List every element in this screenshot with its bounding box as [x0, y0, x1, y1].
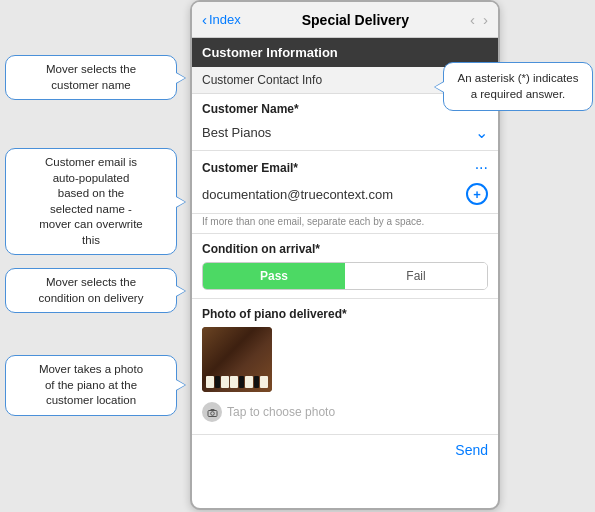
page-wrapper: Mover selects the customer name Customer… [0, 0, 595, 512]
bubble-condition: Mover selects the condition on delivery [5, 268, 177, 313]
nav-back-label[interactable]: Index [209, 12, 241, 27]
camera-icon [202, 402, 222, 422]
condition-pass-option[interactable]: Pass [203, 263, 345, 289]
customer-name-value: Best Pianos [202, 125, 271, 140]
nav-title: Special Delivery [302, 12, 409, 28]
customer-email-label: Customer Email* [202, 161, 298, 175]
bubble-arrow-condition [176, 285, 186, 297]
piano-key-7 [254, 376, 259, 388]
piano-key-5 [239, 376, 244, 388]
bubble-customer-name: Mover selects the customer name [5, 55, 177, 100]
bubble-asterisk: An asterisk (*) indicates a required ans… [443, 62, 593, 111]
piano-thumbnail [202, 327, 272, 392]
bubble-arrow-asterisk [434, 81, 444, 93]
email-options-icon[interactable]: ··· [475, 159, 488, 177]
condition-toggle[interactable]: Pass Fail [202, 262, 488, 290]
piano-key-4 [230, 376, 238, 388]
piano-image [202, 327, 272, 392]
dropdown-arrow-icon: ⌄ [475, 123, 488, 142]
svg-rect-2 [210, 409, 214, 411]
send-row: Send [192, 434, 498, 465]
tap-choose-label[interactable]: Tap to choose photo [227, 405, 335, 419]
bubble-arrow-customer-name [176, 72, 186, 84]
nav-back-button[interactable]: ‹ Index [202, 11, 241, 28]
piano-keys-decoration [206, 376, 268, 388]
condition-section: Condition on arrival* Pass Fail [192, 234, 498, 299]
photo-label: Photo of piano delivered* [202, 307, 488, 321]
piano-key-3 [221, 376, 229, 388]
customer-email-value[interactable]: documentation@truecontext.com [202, 187, 466, 202]
piano-key-8 [260, 376, 268, 388]
piano-key-2 [215, 376, 220, 388]
bubble-photo: Mover takes a photo of the piano at the … [5, 355, 177, 416]
photo-section: Photo of piano delivered* [192, 299, 498, 434]
condition-label: Condition on arrival* [202, 242, 488, 256]
nav-bar: ‹ Index Special Delivery ‹ › [192, 2, 498, 38]
bubble-arrow-photo [176, 379, 186, 391]
bubble-customer-email: Customer email is auto-populated based o… [5, 148, 177, 255]
customer-email-hint: If more than one email, separate each by… [192, 214, 498, 234]
nav-arrows: ‹ › [470, 11, 488, 28]
customer-email-label-row: Customer Email* ··· [192, 151, 498, 180]
nav-prev-icon[interactable]: ‹ [470, 11, 475, 28]
customer-email-value-row: documentation@truecontext.com + [192, 180, 498, 214]
bubble-arrow-customer-email [176, 196, 186, 208]
chevron-left-icon: ‹ [202, 11, 207, 28]
send-button[interactable]: Send [455, 442, 488, 458]
piano-key-1 [206, 376, 214, 388]
customer-name-label: Customer Name* [202, 102, 299, 116]
tap-choose-row[interactable]: Tap to choose photo [202, 398, 488, 426]
condition-fail-option[interactable]: Fail [345, 263, 487, 289]
piano-key-6 [245, 376, 253, 388]
svg-point-1 [210, 411, 214, 415]
nav-next-icon[interactable]: › [483, 11, 488, 28]
customer-name-value-row[interactable]: Best Pianos ⌄ [192, 119, 498, 151]
add-email-icon[interactable]: + [466, 183, 488, 205]
customer-email-section: Customer Email* ··· documentation@trueco… [192, 151, 498, 234]
